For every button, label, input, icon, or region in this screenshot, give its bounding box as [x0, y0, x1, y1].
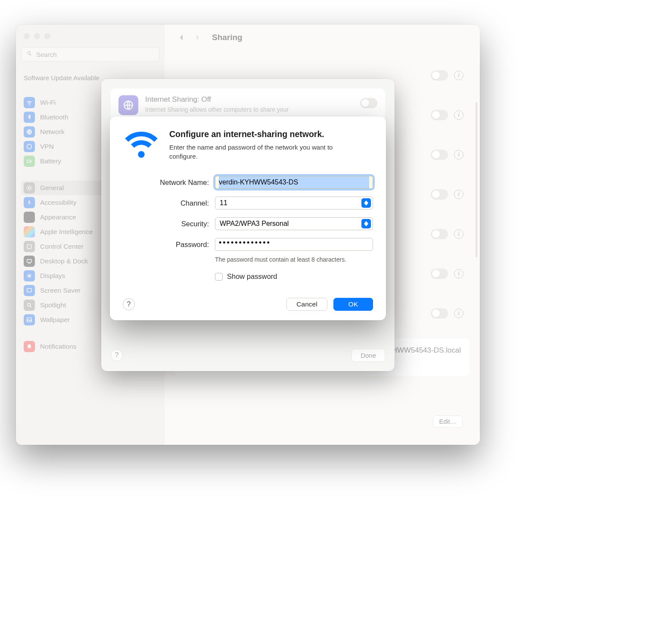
svg-rect-3	[31, 161, 31, 162]
sidebar-label: Wi-Fi	[40, 99, 56, 106]
channel-select[interactable]: 11	[215, 197, 373, 209]
svg-rect-2	[27, 160, 31, 162]
info-icon[interactable]: i	[454, 71, 464, 80]
help-button[interactable]: ?	[111, 349, 123, 361]
svg-point-9	[28, 275, 30, 277]
close-window-button[interactable]	[24, 33, 30, 39]
dialog-title: Configure an internet-sharing network.	[169, 129, 355, 139]
sidebar-label: Wallpaper	[40, 316, 70, 324]
info-icon[interactable]: i	[454, 229, 464, 239]
svg-point-5	[29, 200, 30, 202]
info-icon[interactable]: i	[454, 309, 464, 318]
sidebar-label: Network	[40, 128, 65, 136]
info-icon[interactable]: i	[454, 190, 464, 199]
info-icon[interactable]: i	[454, 110, 464, 120]
password-label: Password:	[123, 241, 209, 249]
globe-icon	[118, 95, 138, 115]
sidebar-label: Accessibility	[40, 199, 76, 206]
sidebar-label: Apple Intelligence	[40, 228, 93, 236]
dialog-help-button[interactable]: ?	[123, 298, 135, 310]
sidebar-label: Bluetooth	[40, 113, 68, 121]
svg-rect-8	[28, 263, 30, 263]
show-password-row[interactable]: Show password	[215, 272, 373, 281]
sidebar-label: Control Center	[40, 243, 84, 250]
sidebar-label: Spotlight	[40, 301, 66, 309]
search-field[interactable]	[21, 47, 159, 62]
page-title: Sharing	[212, 33, 243, 42]
nav-back-button[interactable]	[175, 31, 188, 44]
dialog-subtitle: Enter the name and password of the netwo…	[169, 143, 355, 161]
channel-value: 11	[220, 199, 227, 207]
svg-point-1	[27, 144, 32, 149]
password-hint: The password must contain at least 8 cha…	[215, 256, 373, 263]
nav-forward-button[interactable]	[191, 31, 204, 44]
sidebar-label: Screen Saver	[40, 287, 81, 294]
done-button[interactable]: Done	[352, 349, 385, 362]
password-value: •••••••••••••	[219, 238, 271, 247]
cancel-button[interactable]: Cancel	[286, 298, 327, 311]
zoom-window-button[interactable]	[44, 33, 50, 39]
network-name-field[interactable]	[215, 176, 373, 189]
sidebar-label: Battery	[40, 157, 61, 165]
show-password-label: Show password	[227, 272, 277, 281]
svg-point-11	[28, 303, 31, 306]
dialog-form: Network Name: Channel: 11 Security: WPA2…	[123, 176, 373, 281]
window-controls	[21, 31, 159, 47]
chevron-up-down-icon	[361, 198, 371, 208]
svg-rect-6	[27, 245, 31, 249]
security-label: Security:	[123, 220, 209, 228]
network-name-label: Network Name:	[123, 178, 209, 187]
sidebar-label: Appearance	[40, 213, 76, 221]
titlebar: Sharing	[165, 25, 480, 50]
security-select[interactable]: WPA2/WPA3 Personal	[215, 217, 373, 230]
svg-rect-10	[27, 289, 32, 292]
svg-rect-7	[27, 259, 32, 262]
svg-rect-12	[27, 318, 32, 322]
wifi-icon	[123, 129, 160, 161]
edit-hostname-button[interactable]: Edit…	[433, 416, 463, 428]
toggle[interactable]	[431, 269, 448, 279]
internet-sharing-desc: Internet Sharing allows other computers …	[145, 106, 317, 114]
configure-network-dialog: Configure an internet-sharing network. E…	[110, 116, 386, 320]
minimize-window-button[interactable]	[34, 33, 40, 39]
network-name-input[interactable]	[219, 176, 369, 188]
toggle[interactable]	[431, 150, 448, 160]
search-input[interactable]	[36, 51, 155, 58]
toggle[interactable]	[431, 189, 448, 200]
info-icon[interactable]: i	[454, 269, 464, 278]
sidebar-label: General	[40, 184, 64, 192]
toggle[interactable]	[431, 308, 448, 319]
internet-sharing-title: Internet Sharing: Off	[145, 95, 353, 104]
internet-sharing-toggle[interactable]	[360, 98, 377, 108]
sidebar-label: Displays	[40, 272, 65, 280]
sidebar-label: Notifications	[40, 343, 76, 350]
sidebar-label: Desktop & Dock	[40, 257, 88, 265]
password-field[interactable]: •••••••••••••	[215, 238, 373, 251]
toggle[interactable]	[431, 110, 448, 120]
ok-button[interactable]: OK	[333, 298, 373, 311]
toggle[interactable]	[431, 70, 448, 81]
search-icon	[26, 50, 36, 59]
svg-point-4	[28, 187, 30, 189]
show-password-checkbox[interactable]	[215, 273, 223, 281]
info-icon[interactable]: i	[454, 150, 464, 159]
toggle[interactable]	[431, 229, 448, 239]
security-value: WPA2/WPA3 Personal	[220, 220, 289, 228]
chevron-up-down-icon	[361, 219, 371, 228]
channel-label: Channel:	[123, 199, 209, 207]
sidebar-label: VPN	[40, 143, 54, 150]
